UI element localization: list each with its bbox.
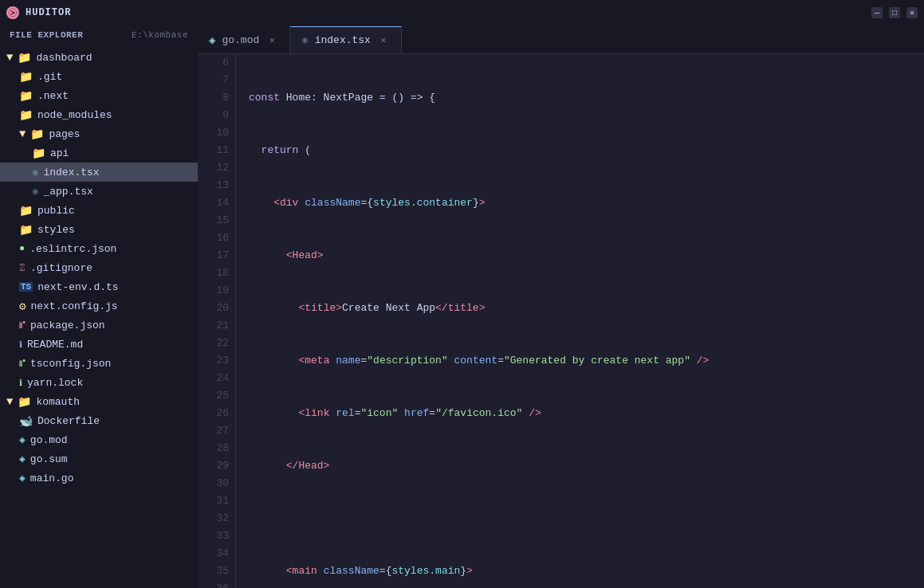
- code-line-14: [249, 510, 911, 527]
- code-line-8: <div className={styles.container}>: [249, 194, 911, 212]
- sidebar-label-app-tsx: _app.tsx: [43, 186, 92, 198]
- sidebar-label-yarn-lock: yarn.lock: [27, 377, 83, 389]
- sidebar-label-eslint: .eslintrc.json: [29, 243, 116, 255]
- sidebar-label-styles: styles: [37, 224, 75, 236]
- code-line-12: <link rel="icon" href="/favicon.ico" />: [249, 405, 911, 422]
- sidebar-label-readme: README.md: [27, 339, 83, 351]
- code-line-13: </Head>: [249, 457, 911, 475]
- sidebar: FILE EXPLORER E:\kombase ▼ 📁 dashboard 📁…: [0, 25, 198, 588]
- folder-icon-api: 📁: [32, 147, 45, 160]
- svg-point-0: [9, 9, 17, 17]
- go-tab-icon: ◈: [209, 33, 215, 47]
- tab-close-go-mod[interactable]: ✕: [265, 33, 278, 46]
- close-button[interactable]: ✕: [906, 7, 918, 18]
- react-icon-index: ⚛: [32, 166, 38, 179]
- code-content: const Home: NextPage = () => { return ( …: [236, 54, 924, 588]
- lock-icon: ℹ: [19, 378, 22, 388]
- go-icon-sum: ◈: [19, 453, 26, 465]
- sidebar-item-next-env[interactable]: TS next-env.d.ts: [0, 277, 198, 296]
- sidebar-label-index-tsx: index.tsx: [43, 167, 99, 178]
- folder-icon-pages: 📁: [30, 127, 44, 141]
- sidebar-item-go-sum[interactable]: ◈ go.sum: [0, 449, 198, 468]
- sidebar-label-node-modules: node_modules: [37, 109, 112, 121]
- line-numbers: 6 7 8 9 10 11 12 13 14 15 16 17 18 19 20…: [198, 54, 236, 588]
- sidebar-item-go-mod[interactable]: ◈ go.mod: [0, 430, 198, 449]
- maximize-button[interactable]: □: [889, 7, 900, 18]
- sidebar-item-readme[interactable]: ℹ README.md: [0, 335, 198, 354]
- sidebar-path: E:\kombase: [132, 30, 188, 40]
- git-icon: ⑄: [19, 262, 26, 274]
- code-line-9: <Head>: [249, 247, 911, 265]
- sidebar-item-api[interactable]: 📁 api: [0, 143, 198, 163]
- sidebar-label-package-json: package.json: [30, 319, 105, 331]
- code-line-6: const Home: NextPage = () => {: [249, 89, 911, 107]
- app-icon: [6, 6, 19, 19]
- minimize-button[interactable]: —: [871, 7, 883, 18]
- sidebar-item-dockerfile[interactable]: 🐋 Dockerfile: [0, 411, 198, 430]
- sidebar-item-dashboard[interactable]: ▼ 📁 dashboard: [0, 48, 198, 67]
- sidebar-label-go-mod: go.mod: [30, 434, 68, 446]
- sidebar-item-git[interactable]: 📁 .git: [0, 67, 198, 86]
- tab-index-tsx[interactable]: ⚛ index.tsx ✕: [290, 26, 402, 53]
- tab-bar: ◈ go.mod ✕ ⚛ index.tsx ✕: [198, 25, 924, 54]
- sidebar-item-node-modules[interactable]: 📁 node_modules: [0, 105, 198, 124]
- sidebar-item-package-json[interactable]: ⑈ package.json: [0, 316, 198, 335]
- folder-icon-komauth: 📁: [18, 395, 31, 409]
- tab-go-mod[interactable]: ◈ go.mod ✕: [198, 26, 290, 53]
- tab-label-go-mod: go.mod: [222, 34, 259, 46]
- window-controls: — □ ✕: [871, 7, 918, 18]
- sidebar-item-public[interactable]: 📁 public: [0, 201, 198, 220]
- sidebar-label-komauth: komauth: [36, 396, 80, 408]
- folder-icon-node-modules: 📁: [19, 108, 33, 122]
- sidebar-item-komauth[interactable]: ▼ 📁 komauth: [0, 392, 198, 411]
- sidebar-item-app-tsx[interactable]: ⚛ _app.tsx: [0, 182, 198, 201]
- sidebar-label-tsconfig: tsconfig.json: [30, 358, 111, 370]
- title-bar-left: HUDITOR: [6, 6, 71, 19]
- sidebar-item-tsconfig[interactable]: ⑈ tsconfig.json: [0, 354, 198, 373]
- sidebar-item-main-go[interactable]: ◈ main.go: [0, 468, 198, 488]
- code-line-15: <main className={styles.main}>: [249, 563, 911, 580]
- json-icon-tsconfig: ⑈: [19, 358, 26, 370]
- sidebar-item-styles[interactable]: 📁 styles: [0, 220, 198, 239]
- editor-area: ◈ go.mod ✕ ⚛ index.tsx ✕ 6 7 8 9 10 11 1…: [198, 25, 924, 588]
- sidebar-item-gitignore[interactable]: ⑄ .gitignore: [0, 258, 198, 277]
- react-tab-icon: ⚛: [301, 33, 308, 47]
- folder-icon-git: 📁: [19, 70, 33, 84]
- folder-open-icon-pages: ▼: [19, 127, 26, 140]
- sidebar-item-pages[interactable]: ▼ 📁 pages: [0, 124, 198, 143]
- eslint-icon: ●: [19, 243, 25, 254]
- folder-icon-public: 📁: [19, 204, 33, 218]
- sidebar-content[interactable]: ▼ 📁 dashboard 📁 .git 📁 .next 📁 node_modu…: [0, 45, 198, 588]
- sidebar-label-next: .next: [37, 90, 69, 102]
- folder-icon-styles: 📁: [19, 223, 33, 237]
- sidebar-header: FILE EXPLORER E:\kombase: [0, 25, 198, 45]
- tab-label-index-tsx: index.tsx: [315, 34, 371, 46]
- docker-icon: 🐋: [19, 414, 33, 428]
- sidebar-label-gitignore: .gitignore: [30, 262, 92, 274]
- code-editor[interactable]: 6 7 8 9 10 11 12 13 14 15 16 17 18 19 20…: [198, 54, 924, 588]
- tab-close-index-tsx[interactable]: ✕: [377, 34, 390, 47]
- sidebar-item-next[interactable]: 📁 .next: [0, 86, 198, 105]
- sidebar-item-yarn-lock[interactable]: ℹ yarn.lock: [0, 373, 198, 392]
- sidebar-label-dashboard: dashboard: [36, 52, 92, 64]
- sidebar-label-public: public: [37, 205, 75, 217]
- code-line-11: <meta name="description" content="Genera…: [249, 352, 911, 370]
- sidebar-item-index-tsx[interactable]: ⚛ index.tsx: [0, 163, 198, 182]
- js-icon: ⚙: [19, 300, 26, 313]
- ts-icon: TS: [19, 282, 33, 292]
- sidebar-label-go-sum: go.sum: [30, 453, 68, 465]
- sidebar-label-git: .git: [37, 71, 62, 83]
- sidebar-item-next-config[interactable]: ⚙ next.config.js: [0, 296, 198, 316]
- main-content: FILE EXPLORER E:\kombase ▼ 📁 dashboard 📁…: [0, 25, 924, 588]
- sidebar-label-dockerfile: Dockerfile: [37, 415, 100, 427]
- sidebar-item-eslint[interactable]: ● .eslintrc.json: [0, 239, 198, 258]
- folder-open-icon: ▼: [6, 51, 13, 64]
- sidebar-label-pages: pages: [49, 128, 80, 140]
- folder-icon-dashboard: 📁: [18, 51, 31, 65]
- sidebar-label-api: api: [50, 147, 69, 159]
- md-icon: ℹ: [19, 339, 22, 350]
- go-icon-mod: ◈: [19, 433, 26, 446]
- go-icon-main: ◈: [19, 472, 26, 484]
- sidebar-title: FILE EXPLORER: [10, 30, 83, 40]
- sidebar-label-main-go: main.go: [30, 472, 74, 484]
